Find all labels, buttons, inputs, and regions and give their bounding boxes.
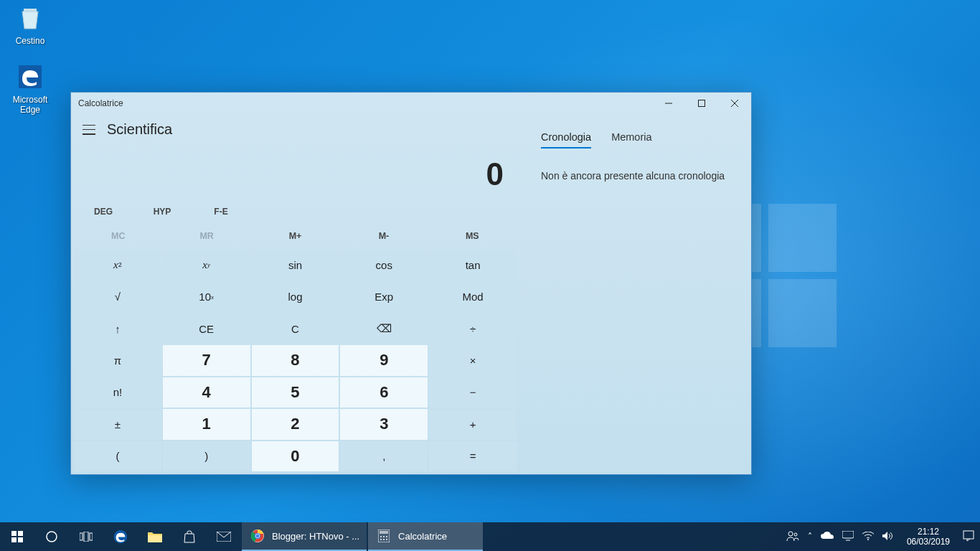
svg-rect-32 [842, 531, 854, 538]
memory-clear-button[interactable]: MC [74, 225, 162, 247]
key-log[interactable]: log [252, 281, 339, 311]
key-backspace[interactable]: ⌫ [340, 314, 428, 344]
tab-history[interactable]: Cronologia [541, 131, 591, 149]
volume-icon[interactable] [882, 531, 894, 543]
notifications-icon[interactable] [963, 530, 974, 544]
svg-point-34 [867, 539, 869, 540]
input-icon[interactable] [842, 531, 854, 543]
taskbar-explorer-button[interactable] [138, 522, 172, 551]
key-1[interactable]: 1 [163, 409, 250, 439]
key-mod[interactable]: Mod [429, 281, 517, 311]
fe-toggle[interactable]: F-E [192, 202, 250, 221]
svg-point-31 [794, 533, 797, 536]
wifi-icon[interactable] [862, 532, 874, 542]
edge-icon [15, 62, 45, 92]
svg-point-27 [380, 539, 382, 540]
svg-point-24 [380, 536, 382, 537]
window-controls [652, 93, 751, 114]
key-8[interactable]: 8 [252, 345, 339, 375]
system-tray: ˄ 21:12 06/03/2019 [781, 522, 980, 551]
hyp-toggle[interactable]: HYP [133, 202, 192, 221]
svg-rect-23 [380, 531, 388, 534]
desktop-icon-edge[interactable]: Microsoft Edge [3, 62, 57, 115]
close-button[interactable] [718, 93, 751, 114]
taskbar-edge-button[interactable] [103, 522, 138, 551]
key-shift[interactable]: ↑ [74, 314, 161, 344]
taskbar-app-calculator[interactable]: Calcolatrice [368, 522, 483, 551]
calculator-mode: Scientifica [107, 121, 172, 138]
key-ten-power-x[interactable]: 10x [163, 281, 250, 311]
memory-store-button[interactable]: MS [428, 225, 517, 247]
onedrive-icon[interactable] [821, 532, 834, 542]
key-equals[interactable]: = [429, 441, 517, 471]
key-left-paren[interactable]: ( [74, 441, 161, 471]
memory-plus-button[interactable]: M+ [251, 225, 339, 247]
key-plus-minus[interactable]: ± [74, 409, 161, 439]
recycle-bin-icon [15, 3, 45, 33]
key-factorial[interactable]: n! [74, 377, 161, 408]
key-decimal[interactable]: , [340, 441, 428, 471]
key-7[interactable]: 7 [163, 345, 250, 375]
key-9[interactable]: 9 [340, 345, 428, 375]
key-sqrt[interactable]: √ [74, 281, 161, 311]
svg-point-25 [383, 536, 385, 537]
key-x-squared[interactable]: x2 [74, 250, 161, 280]
taskbar-mail-button[interactable] [207, 522, 241, 551]
taskbar-app-chrome[interactable]: Blogger: HTNovo - ... [242, 522, 367, 551]
key-2[interactable]: 2 [252, 409, 339, 439]
key-3[interactable]: 3 [340, 409, 428, 439]
taskbar-date: 06/03/2019 [907, 537, 950, 547]
folder-icon [148, 531, 162, 542]
svg-point-10 [47, 532, 57, 542]
svg-point-21 [256, 534, 260, 538]
hamburger-menu-icon[interactable] [83, 125, 95, 135]
memory-recall-button[interactable]: MR [162, 225, 250, 247]
key-add[interactable]: + [429, 409, 517, 439]
key-clear-entry[interactable]: CE [163, 314, 250, 344]
svg-rect-13 [90, 533, 93, 540]
tab-memory[interactable]: Memoria [611, 131, 651, 149]
svg-rect-8 [11, 537, 17, 542]
svg-rect-12 [84, 532, 88, 542]
key-pi[interactable]: π [74, 345, 161, 375]
key-divide[interactable]: ÷ [429, 314, 517, 344]
svg-rect-7 [18, 531, 23, 536]
key-0[interactable]: 0 [252, 441, 339, 471]
titlebar[interactable]: Calcolatrice [71, 93, 751, 114]
key-5[interactable]: 5 [252, 377, 339, 408]
cortana-icon [45, 530, 58, 543]
key-multiply[interactable]: × [429, 345, 517, 375]
key-cos[interactable]: cos [340, 250, 428, 280]
people-icon[interactable] [786, 530, 799, 544]
desktop-icon-recycle-bin[interactable]: Cestino [3, 3, 57, 46]
taskbar-time: 21:12 [907, 527, 950, 537]
tray-expand-icon[interactable]: ˄ [808, 532, 812, 542]
taskbar-clock[interactable]: 21:12 06/03/2019 [903, 527, 954, 547]
keypad: x2 xy sin cos tan √ 10x log Exp Mod ↑ CE… [74, 250, 517, 471]
svg-rect-0 [24, 9, 37, 11]
desktop-icon-label: Cestino [3, 36, 57, 46]
window-title: Calcolatrice [78, 98, 652, 108]
edge-icon [113, 529, 128, 545]
key-clear[interactable]: C [252, 314, 339, 344]
deg-toggle[interactable]: DEG [74, 202, 133, 221]
key-6[interactable]: 6 [340, 377, 428, 408]
key-exp[interactable]: Exp [340, 281, 428, 311]
maximize-button[interactable] [685, 93, 718, 114]
minimize-button[interactable] [652, 93, 685, 114]
calculator-display: 0 [74, 143, 517, 202]
key-4[interactable]: 4 [163, 377, 250, 408]
key-right-paren[interactable]: ) [163, 441, 250, 471]
key-tan[interactable]: tan [429, 250, 517, 280]
svg-rect-9 [18, 537, 23, 542]
task-view-button[interactable] [69, 522, 103, 551]
svg-point-29 [386, 539, 387, 540]
cortana-button[interactable] [34, 522, 69, 551]
key-sin[interactable]: sin [252, 250, 339, 280]
taskbar-store-button[interactable] [172, 522, 207, 551]
start-button[interactable] [0, 522, 34, 551]
memory-minus-button[interactable]: M- [339, 225, 428, 247]
key-x-power-y[interactable]: xy [163, 250, 250, 280]
key-subtract[interactable]: − [429, 377, 517, 408]
svg-rect-6 [11, 531, 17, 536]
